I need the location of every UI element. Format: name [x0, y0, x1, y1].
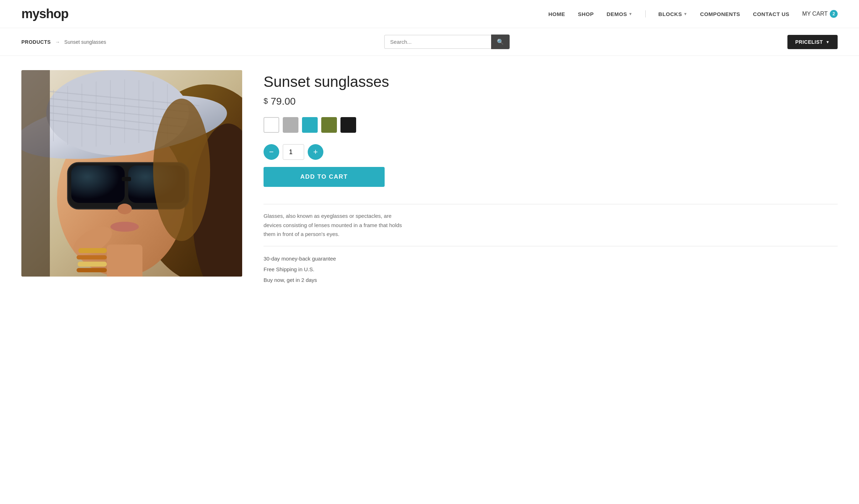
product-image-svg — [21, 70, 242, 277]
product-price: $ 79.00 — [264, 96, 838, 107]
pricelist-button[interactable]: PRICELIST ▼ — [787, 35, 838, 49]
product-features: 30-day money-back guarantee Free Shippin… — [264, 253, 838, 285]
svg-rect-32 — [77, 268, 107, 272]
color-swatch-olive[interactable] — [321, 117, 337, 133]
color-swatch-white[interactable] — [264, 117, 279, 133]
color-swatches — [264, 117, 838, 133]
product-title: Sunset sunglasses — [264, 74, 838, 90]
product-image-container — [21, 70, 242, 277]
svg-rect-5 — [107, 245, 142, 277]
main-content: Sunset sunglasses $ 79.00 − 1 + ADD TO C… — [0, 56, 859, 300]
quantity-input[interactable]: 1 — [283, 144, 304, 160]
nav-home[interactable]: HOME — [548, 11, 565, 17]
product-image — [21, 70, 242, 277]
svg-point-27 — [110, 222, 139, 232]
breadcrumb: PRODUCTS → Sunset sunglasses — [21, 39, 106, 45]
cart-count-badge: 2 — [830, 10, 838, 18]
svg-point-26 — [118, 204, 132, 214]
cart-label: MY CART — [802, 11, 828, 17]
breadcrumb-bar: PRODUCTS → Sunset sunglasses 🔍 PRICELIST… — [0, 28, 859, 56]
divider-2 — [264, 246, 838, 246]
quantity-decrease-button[interactable]: − — [264, 144, 279, 160]
search-icon: 🔍 — [497, 39, 504, 45]
logo[interactable]: myshop — [21, 6, 68, 21]
feature-1: 30-day money-back guarantee — [264, 253, 838, 264]
svg-rect-25 — [122, 177, 131, 181]
header: myshop HOME SHOP DEMOS ▼ BLOCKS ▼ COMPON… — [0, 0, 859, 28]
nav-blocks[interactable]: BLOCKS ▼ — [658, 11, 687, 17]
feature-3: Buy now, get in 2 days — [264, 275, 838, 285]
svg-rect-23 — [71, 166, 125, 203]
breadcrumb-products[interactable]: PRODUCTS — [21, 39, 51, 45]
nav-contact[interactable]: CONTACT US — [753, 11, 789, 17]
color-swatch-gray[interactable] — [283, 117, 298, 133]
price-value: 79.00 — [271, 96, 296, 107]
quantity-row: − 1 + — [264, 144, 838, 160]
nav-separator-1 — [645, 10, 646, 17]
price-currency: $ — [264, 96, 268, 105]
quantity-increase-button[interactable]: + — [308, 144, 323, 160]
breadcrumb-separator: → — [55, 39, 60, 45]
color-swatch-teal[interactable] — [302, 117, 318, 133]
nav-demos[interactable]: DEMOS ▼ — [606, 11, 632, 17]
cart-button[interactable]: MY CART 2 — [802, 10, 838, 18]
logo-shop: shop — [39, 6, 68, 21]
search-button[interactable]: 🔍 — [491, 35, 510, 49]
add-to-cart-button[interactable]: ADD TO CART — [264, 167, 385, 187]
blocks-dropdown-icon: ▼ — [683, 12, 687, 16]
main-nav: HOME SHOP DEMOS ▼ BLOCKS ▼ COMPONENTS CO… — [548, 10, 838, 18]
breadcrumb-current: Sunset sunglasses — [64, 39, 106, 45]
logo-my: my — [21, 6, 39, 21]
pricelist-label: PRICELIST — [795, 39, 823, 45]
divider-1 — [264, 204, 838, 204]
search-input[interactable] — [384, 35, 491, 49]
product-details: Sunset sunglasses $ 79.00 − 1 + ADD TO C… — [264, 70, 838, 285]
svg-rect-31 — [78, 262, 107, 267]
nav-components[interactable]: COMPONENTS — [700, 11, 740, 17]
nav-blocks-label: BLOCKS — [658, 11, 682, 17]
demos-dropdown-icon: ▼ — [629, 12, 632, 16]
svg-rect-29 — [78, 248, 107, 253]
search-area: 🔍 — [384, 35, 510, 49]
pricelist-chevron-icon: ▼ — [826, 40, 830, 44]
product-description: Glasses, also known as eyeglasses or spe… — [264, 211, 406, 239]
feature-2: Free Shipping in U.S. — [264, 264, 838, 275]
svg-point-33 — [153, 99, 210, 241]
nav-demos-label: DEMOS — [606, 11, 627, 17]
color-swatch-black[interactable] — [340, 117, 356, 133]
svg-rect-30 — [77, 255, 107, 259]
svg-rect-34 — [21, 70, 50, 277]
nav-shop[interactable]: SHOP — [578, 11, 594, 17]
